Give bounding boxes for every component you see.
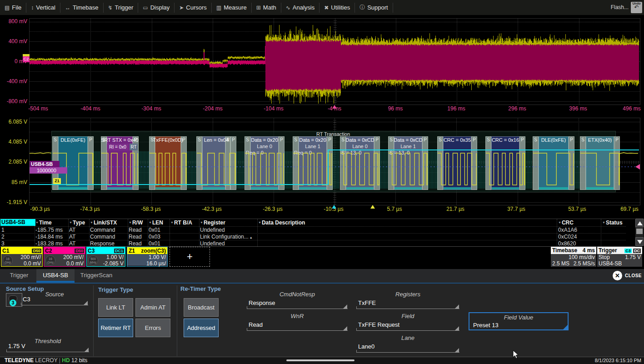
drag-handle[interactable]: [286, 359, 354, 361]
table-header[interactable]: LEN: [152, 219, 163, 226]
channel-box-c3[interactable]: C3DC1500MHz1.00 V/-2.085 V: [86, 247, 125, 267]
table-header[interactable]: Register: [204, 219, 225, 226]
flash-label[interactable]: Flash...: [611, 4, 629, 10]
menu-item-trigger[interactable]: ↯Trigger: [104, 3, 139, 13]
table-cell[interactable]: 0xA1A6: [558, 227, 577, 233]
column-sort-icon[interactable]: ▼: [35, 221, 39, 224]
table-header[interactable]: CRC: [562, 219, 574, 226]
table-cell[interactable]: 0x01: [149, 240, 160, 247]
trigger-type-errors[interactable]: Errors: [135, 319, 170, 337]
timebase-scale: 100 ms/div: [551, 254, 596, 260]
table-cell[interactable]: AT: [69, 234, 75, 240]
menu-item-display[interactable]: ▭Display: [138, 3, 175, 13]
table-cell[interactable]: 0x01: [149, 227, 160, 233]
channel-box-c1[interactable]: C1D5016GHz200 mV/0.0 mV: [1, 247, 43, 267]
column-sort-icon[interactable]: ▼: [90, 221, 93, 224]
table-header[interactable]: Data Description: [262, 219, 305, 226]
tab-usb4-sb[interactable]: USB4-SB: [36, 269, 75, 283]
column-sort-icon[interactable]: ▼: [602, 221, 605, 224]
table-cell[interactable]: Undefined: [200, 240, 225, 247]
column-sort-icon[interactable]: ▼: [129, 221, 132, 224]
menu-item-utilities[interactable]: ✖Utilities: [320, 3, 355, 13]
table-scrollbar[interactable]: [635, 219, 644, 246]
zoom-time-marker-yellow[interactable]: [370, 205, 375, 209]
column-sort-icon[interactable]: ▼: [558, 221, 561, 224]
tab-trigger[interactable]: Trigger: [4, 269, 35, 283]
registers-dropdown[interactable]: TxFFE: [356, 298, 459, 309]
trigger-level-marker[interactable]: [635, 164, 640, 170]
table-cell[interactable]: AT: [69, 227, 75, 233]
table-cell[interactable]: 0x03: [149, 234, 160, 240]
tab-triggerscan[interactable]: TriggerScan: [75, 269, 118, 283]
table-header[interactable]: RT B/A: [174, 219, 192, 226]
channel-box-z1[interactable]: Z1zoom(C3)1.00 V/16.0 µs/: [127, 247, 168, 267]
table-cell[interactable]: Read: [129, 240, 142, 247]
trigger-type-retimer-rt[interactable]: Retimer RT: [98, 319, 133, 337]
undo-button[interactable]: Undo↶: [631, 2, 642, 13]
table-cell[interactable]: Response: [90, 240, 115, 247]
table-cell[interactable]: 3: [1, 240, 5, 247]
source-channel-icon[interactable]: 3: [6, 293, 22, 307]
table-cell[interactable]: Read: [129, 234, 142, 240]
table-header[interactable]: R/W: [132, 219, 143, 226]
close-button[interactable]: ✕ CLOSE: [613, 271, 642, 280]
table-cell[interactable]: Undefined: [200, 227, 225, 233]
cmdnotresp-dropdown[interactable]: Response: [247, 298, 348, 309]
trigger-type-admin-at[interactable]: Admin AT: [135, 298, 170, 317]
field-value-box[interactable]: Field Value Preset 13: [469, 312, 569, 330]
table-cell[interactable]: Link Configuration... ▲: [200, 234, 253, 240]
table-header[interactable]: Status: [606, 219, 623, 226]
menu-item-support[interactable]: ⓘSupport: [355, 3, 393, 13]
field-value-label: Field Value: [469, 314, 568, 321]
table-header[interactable]: Type: [73, 219, 85, 226]
scroll-down-button[interactable]: [635, 237, 644, 246]
z1-level-badge[interactable]: Z1: [53, 178, 61, 184]
column-sort-icon[interactable]: ▼: [200, 221, 203, 224]
table-cell[interactable]: AT: [69, 240, 75, 247]
menu-item-vertical[interactable]: ↕Vertical: [26, 3, 60, 13]
lane-dropdown[interactable]: Lane0: [356, 342, 459, 353]
menu-item-analysis[interactable]: ∿Analysis: [281, 3, 320, 13]
table-cell[interactable]: 2: [1, 234, 5, 240]
table-cell[interactable]: Command: [90, 227, 115, 233]
table-cell[interactable]: 0xC024: [558, 234, 577, 240]
table-header[interactable]: Link/STX: [94, 219, 117, 226]
add-trace-button[interactable]: +: [170, 247, 210, 267]
table-cell[interactable]: Command: [90, 234, 115, 240]
table-cell[interactable]: Read: [129, 227, 142, 233]
table-header-usb4-sb[interactable]: USB4-SB: [0, 219, 35, 226]
table-header[interactable]: Time: [39, 219, 52, 226]
retimer-type-addressed[interactable]: Addressed: [184, 319, 219, 337]
zoom-time-marker-cyan[interactable]: [332, 205, 336, 209]
channel-box-c2[interactable]: C2D5016GHz200 mV/0.0 mV: [44, 247, 85, 267]
menu-item-math[interactable]: ⊞Math: [252, 3, 281, 13]
grid2-xlabel: -74.3 µs: [72, 206, 108, 212]
column-sort-icon[interactable]: ▼: [170, 221, 174, 224]
decode-table[interactable]: USB4-SB▼Time▼Type▼Link/STX▼R/W▼LEN▼RT B/…: [0, 219, 635, 247]
table-cell[interactable]: -185.75 ms: [35, 227, 63, 233]
retimer-type-broadcast[interactable]: Broadcast: [184, 298, 219, 317]
table-cell[interactable]: -184.84 ms: [35, 234, 63, 240]
timebase-box[interactable]: Timebase4 ms100 ms/div2.5 MS2.5 MS/s: [551, 247, 596, 267]
trigger-time-marker-grid1[interactable]: [332, 105, 337, 109]
scroll-up-button[interactable]: [635, 219, 644, 227]
column-sort-icon[interactable]: ▼: [149, 221, 152, 224]
c2-zero-badge[interactable]: C2: [23, 56, 30, 62]
field-dropdown[interactable]: TxFFE Request: [356, 320, 459, 331]
column-sort-icon[interactable]: ▼: [69, 221, 72, 224]
scroll-thumb[interactable]: [636, 229, 643, 234]
menu-item-cursors[interactable]: ➤Cursors: [175, 3, 212, 13]
menu-item-file[interactable]: ▤File: [0, 3, 26, 13]
menu-item-measure[interactable]: ▥Measure: [212, 3, 252, 13]
decoder-label[interactable]: USB4-SB 1000000: [30, 161, 67, 174]
wnr-dropdown[interactable]: Read: [247, 320, 348, 331]
table-cell[interactable]: 1: [1, 227, 5, 233]
trigger-box[interactable]: TriggerC3 DCStop1.75 VUSB4-SB: [597, 247, 642, 267]
table-cell[interactable]: -183.28 ms: [35, 240, 63, 247]
source-dropdown[interactable]: C3: [21, 296, 88, 305]
menu-item-timebase[interactable]: ↔Timebase: [60, 3, 104, 13]
table-cell[interactable]: 0x8620: [558, 240, 576, 247]
threshold-field[interactable]: 1.75 V: [6, 343, 89, 352]
column-sort-icon[interactable]: ▼: [258, 221, 261, 224]
trigger-type-link-lt[interactable]: Link LT: [98, 298, 133, 317]
